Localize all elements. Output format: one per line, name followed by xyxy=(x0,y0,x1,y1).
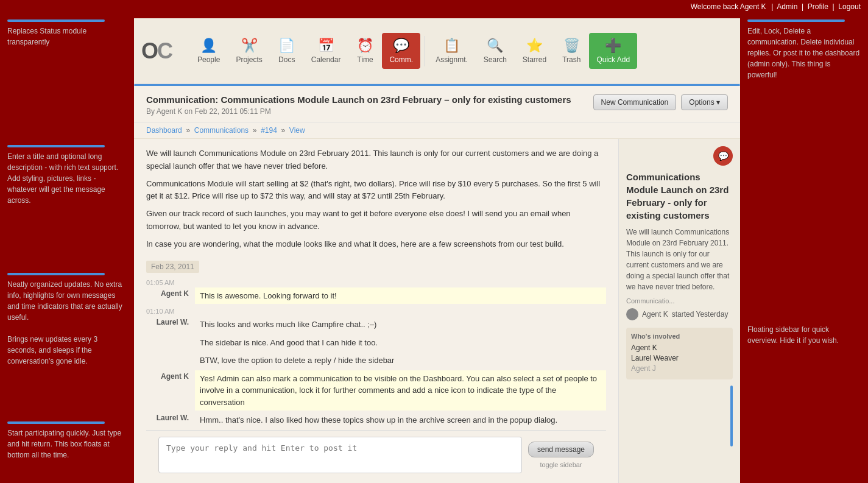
reply-body-1: This is awesome. Looking forward to it! xyxy=(195,287,606,305)
reply-area: send message toggle sidebar xyxy=(146,430,606,479)
nav-starred[interactable]: ⭐ Starred xyxy=(515,33,554,69)
reply-author-5: Agent K xyxy=(146,370,195,411)
reply-body-6: Hmm.. that's nice. I also liked how thes… xyxy=(195,412,606,429)
calendar-icon: 📅 xyxy=(318,38,334,54)
comm-para1: We will launch Communications Module on … xyxy=(146,147,606,173)
nav-search[interactable]: 🔍 Search xyxy=(476,33,514,69)
reply-body-3: The sidebar is nice. And good that I can… xyxy=(195,334,606,351)
trash-icon: 🗑️ xyxy=(563,38,580,54)
projects-icon: ✂️ xyxy=(241,38,258,54)
quickadd-icon: ➕ xyxy=(605,38,621,54)
nav-docs[interactable]: 📄 Docs xyxy=(271,33,303,69)
breadcrumb-view[interactable]: View xyxy=(289,126,305,135)
nav-search-label: Search xyxy=(484,55,507,64)
comm-para3: Given our track record of such launches,… xyxy=(146,208,606,233)
nav-time[interactable]: ⏰ Time xyxy=(349,33,381,69)
reply-author-6: Laurel W. xyxy=(146,412,195,429)
nav-assignmt[interactable]: 📋 Assignmt. xyxy=(428,33,475,69)
annotation-text-2: Enter a title and optional long descript… xyxy=(7,152,118,205)
sidebar-scroll-area xyxy=(626,386,733,434)
main-wrapper: Replaces Status module transparently Ent… xyxy=(0,13,868,483)
sidebar-author: Agent K started Yesterday xyxy=(626,308,733,320)
reply-row-1: Agent K This is awesome. Looking forward… xyxy=(146,287,606,305)
right-annotation-text-1: Edit, Lock, Delete a communication. Dele… xyxy=(747,27,859,79)
nav-docs-label: Docs xyxy=(278,55,295,64)
nav-time-label: Time xyxy=(357,55,373,64)
annotation-text-4: Start participating quickly. Just type a… xyxy=(7,429,121,459)
sidebar-scrollbar[interactable] xyxy=(730,386,733,446)
who-person-2: Laurel Weaver xyxy=(631,354,728,362)
nav-people-label: People xyxy=(197,55,220,64)
nav-trash-label: Trash xyxy=(562,55,580,64)
comm-body: We will launch Communications Module on … xyxy=(146,147,606,251)
comm-icon: 💬 xyxy=(393,38,409,54)
profile-link[interactable]: Profile xyxy=(808,2,828,11)
annotation-text-3: Neatly organized updates. No extra info,… xyxy=(7,280,122,365)
right-annotation-text-2: Floating sidebar for quick overview. Hid… xyxy=(747,325,839,345)
reply-author-4 xyxy=(146,352,195,369)
nav-projects-label: Projects xyxy=(236,55,262,64)
annotation-bar-2 xyxy=(7,145,105,147)
nav-quickadd[interactable]: ➕ Quick Add xyxy=(589,33,637,69)
comm-content: We will launch Communications Module on … xyxy=(134,139,618,483)
annotation-bar-4 xyxy=(7,421,105,424)
reply-input[interactable] xyxy=(158,437,522,473)
page-actions: New Communication Options ▾ xyxy=(593,94,728,110)
breadcrumb: Dashboard » Communications » #194 » View xyxy=(134,122,740,139)
toggle-sidebar-button[interactable]: toggle sidebar xyxy=(528,461,594,468)
time-icon: ⏰ xyxy=(357,38,373,54)
docs-icon: 📄 xyxy=(278,38,295,54)
reply-row-2: Laurel W. This looks and works much like… xyxy=(146,316,606,333)
reply-row-5: Agent K Yes! Admin can also mark a commu… xyxy=(146,370,606,411)
content-main: We will launch Communications Module on … xyxy=(134,139,740,483)
right-panel: Edit, Lock, Delete a communication. Dele… xyxy=(740,13,868,483)
reply-author-2: Laurel W. xyxy=(146,316,195,333)
center-content: OC 👤 People ✂️ Projects 📄 Docs 📅 xyxy=(134,18,740,483)
page-title-area: Communication: Communications Module Lau… xyxy=(146,94,571,116)
search-icon: 🔍 xyxy=(487,38,503,54)
welcome-text: Welcome back Agent K xyxy=(691,2,766,11)
annotation-bar-1 xyxy=(7,19,105,22)
sidebar-comm-title: Communications Module Launch on 23rd Feb… xyxy=(626,171,733,222)
comm-para2: Communications Module will start selling… xyxy=(146,178,606,203)
nav-people[interactable]: 👤 People xyxy=(190,33,227,69)
admin-link[interactable]: Admin xyxy=(777,2,797,11)
timestamp-2: 01:10 AM xyxy=(146,308,606,315)
right-annotation-2: Floating sidebar for quick overview. Hid… xyxy=(747,324,861,346)
nav-separator xyxy=(424,36,425,66)
right-sidebar: 💬 Communications Module Launch on 23rd F… xyxy=(618,139,740,483)
top-bar: Welcome back Agent K | Admin | Profile |… xyxy=(0,0,868,13)
sidebar-started: started Yesterday xyxy=(672,310,729,319)
replies-section: Feb 23, 2011 01:05 AM Agent K This is aw… xyxy=(146,261,606,429)
nav-comm[interactable]: 💬 Comm. xyxy=(382,33,420,69)
breadcrumb-number[interactable]: #194 xyxy=(261,126,277,135)
reply-author-3 xyxy=(146,334,195,351)
reply-actions: send message toggle sidebar xyxy=(528,442,594,468)
nav-bar: OC 👤 People ✂️ Projects 📄 Docs 📅 xyxy=(134,18,740,84)
nav-calendar[interactable]: 📅 Calendar xyxy=(304,33,348,69)
reply-row-6: Laurel W. Hmm.. that's nice. I also like… xyxy=(146,412,606,429)
people-icon: 👤 xyxy=(200,38,217,54)
options-button[interactable]: Options ▾ xyxy=(681,94,728,110)
who-section: Who's involved Agent K Laurel Weaver Age… xyxy=(626,328,733,379)
nav-comm-label: Comm. xyxy=(389,55,413,64)
who-person-3: Agent J xyxy=(631,364,728,373)
assignmt-icon: 📋 xyxy=(443,38,460,54)
breadcrumb-communications[interactable]: Communications xyxy=(194,126,249,135)
date-divider: Feb 23, 2011 xyxy=(146,261,199,273)
page-title: Communication: Communications Module Lau… xyxy=(146,94,571,105)
new-comm-button[interactable]: New Communication xyxy=(593,94,677,110)
annotation-4: Start participating quickly. Just type a… xyxy=(7,421,127,460)
send-message-button[interactable]: send message xyxy=(528,442,594,457)
logout-link[interactable]: Logout xyxy=(838,2,861,11)
page-header: Communication: Communications Module Lau… xyxy=(134,86,740,122)
avatar-sidebar xyxy=(626,308,638,320)
logo: OC xyxy=(141,38,172,64)
left-panel: Replaces Status module transparently Ent… xyxy=(0,13,134,483)
who-person-1: Agent K xyxy=(631,344,728,352)
nav-trash[interactable]: 🗑️ Trash xyxy=(555,33,588,69)
annotation-bar-3 xyxy=(7,273,105,275)
nav-projects[interactable]: ✂️ Projects xyxy=(228,33,269,69)
breadcrumb-dashboard[interactable]: Dashboard xyxy=(146,126,182,135)
annotation-text-1: Replaces Status module transparently xyxy=(7,27,86,46)
